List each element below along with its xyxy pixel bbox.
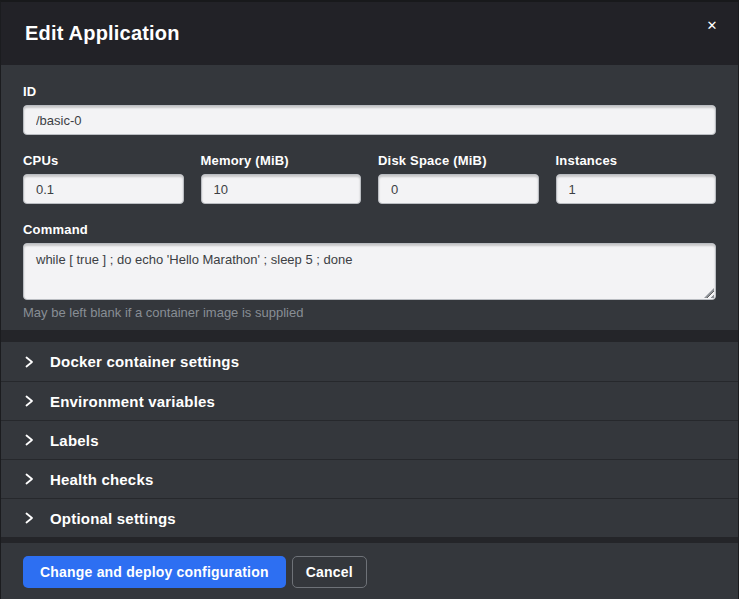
section-optional-settings[interactable]: Optional settings [1,498,738,537]
disk-input[interactable] [378,174,539,204]
disk-label: Disk Space (MiB) [378,153,539,168]
section-labels[interactable]: Labels [1,420,738,459]
command-textarea[interactable]: while [ true ] ; do echo 'Hello Marathon… [23,243,716,300]
section-environment-variables[interactable]: Environment variables [1,381,738,420]
close-icon[interactable]: ✕ [702,16,722,36]
section-separator [1,330,738,342]
cpus-label: CPUs [23,153,184,168]
instances-field: Instances [556,153,717,204]
memory-input[interactable] [201,174,362,204]
section-docker-container-settings[interactable]: Docker container settings [1,342,738,381]
chevron-right-icon [23,512,35,524]
id-label: ID [23,84,716,99]
section-label: Environment variables [50,393,215,410]
memory-field: Memory (MiB) [201,153,362,204]
accordion: Docker container settings Environment va… [1,342,738,537]
modal-header: Edit Application ✕ [1,2,738,65]
section-label: Labels [50,432,99,449]
instances-label: Instances [556,153,717,168]
section-label: Health checks [50,471,153,488]
section-label: Docker container settings [50,353,239,370]
chevron-right-icon [23,473,35,485]
section-label: Optional settings [50,510,176,527]
application-form: ID CPUs Memory (MiB) Disk Space (MiB) In… [1,65,738,330]
disk-field: Disk Space (MiB) [378,153,539,204]
modal-title: Edit Application [25,22,180,45]
cpus-input[interactable] [23,174,184,204]
edit-application-modal: Edit Application ✕ ID CPUs Memory (MiB) … [0,0,739,599]
chevron-right-icon [23,395,35,407]
cpus-field: CPUs [23,153,184,204]
memory-label: Memory (MiB) [201,153,362,168]
modal-body: ID CPUs Memory (MiB) Disk Space (MiB) In… [1,65,738,543]
chevron-right-icon [23,434,35,446]
command-label: Command [23,222,716,237]
resources-row: CPUs Memory (MiB) Disk Space (MiB) Insta… [23,153,716,204]
modal-footer: Change and deploy configuration Cancel [1,543,738,599]
cancel-button[interactable]: Cancel [292,556,367,588]
change-and-deploy-button[interactable]: Change and deploy configuration [23,556,286,588]
section-health-checks[interactable]: Health checks [1,459,738,498]
id-input[interactable] [23,105,716,135]
command-field: Command while [ true ] ; do echo 'Hello … [23,222,716,330]
instances-input[interactable] [556,174,717,204]
chevron-right-icon [23,356,35,368]
command-help-text: May be left blank if a container image i… [23,305,716,330]
